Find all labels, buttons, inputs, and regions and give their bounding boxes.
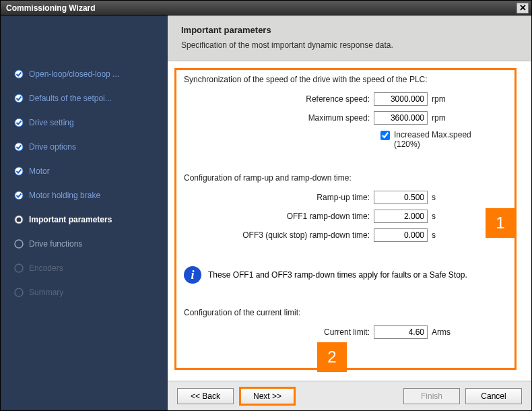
current-section-title: Configuration of the current limit: <box>184 308 508 317</box>
info-icon: i <box>184 266 201 284</box>
reference-speed-label: Reference speed: <box>306 94 370 104</box>
increased-max-label: Increased Max.speed (120%) <box>394 130 475 149</box>
sidebar-item-label: Drive functions <box>29 239 82 249</box>
ramp-up-unit: s <box>432 193 455 202</box>
sidebar-item-label: Motor holding brake <box>29 191 100 200</box>
annotation-callout-2: 2 <box>317 342 347 372</box>
ramp-up-row: Ramp-up time: s <box>184 191 508 204</box>
sidebar-item-defaults[interactable]: Defaults of the setpoi... <box>14 94 161 103</box>
checkmark-icon <box>14 191 24 200</box>
annotation-callout-1: 1 <box>486 208 515 238</box>
off3-row: OFF3 (quick stop) ramp-down time: s <box>184 228 508 242</box>
sidebar-item-drive-setting[interactable]: Drive setting <box>14 118 161 127</box>
page-title: Important parameters <box>181 25 518 35</box>
checkmark-icon <box>14 94 24 103</box>
sidebar-item-label: Important parameters <box>29 215 112 224</box>
checkmark-icon <box>14 166 24 176</box>
sidebar-item-label: Motor <box>29 166 50 176</box>
sidebar-item-drive-functions[interactable]: Drive functions <box>14 239 161 249</box>
sync-section-title: Synchronization of the speed of the driv… <box>184 75 508 84</box>
checkmark-icon <box>14 69 24 79</box>
wizard-window: Commissioning Wizard ✕ Open-loop/closed-… <box>0 0 532 411</box>
ramp-up-label: Ramp-up time: <box>317 193 370 202</box>
reference-speed-input[interactable] <box>374 92 428 106</box>
sync-section: Synchronization of the speed of the driv… <box>174 68 518 154</box>
off1-unit: s <box>432 212 455 221</box>
off1-input[interactable] <box>374 210 428 223</box>
sidebar-item-summary: Summary <box>14 288 161 297</box>
back-button[interactable]: << Back <box>177 388 234 404</box>
cancel-button[interactable]: Cancel <box>465 388 522 404</box>
increased-max-row: Increased Max.speed (120%) <box>184 130 508 149</box>
info-row: i These OFF1 and OFF3 ramp-down times ap… <box>174 262 518 288</box>
titlebar: Commissioning Wizard ✕ <box>1 1 531 15</box>
main-panel: Important parameters Specification of th… <box>168 15 531 410</box>
off3-label: OFF3 (quick stop) ramp-down time: <box>242 230 370 240</box>
ramp-up-input[interactable] <box>374 191 428 204</box>
sidebar: Open-loop/closed-loop ... Defaults of th… <box>1 15 168 410</box>
maximum-speed-label: Maximum speed: <box>308 113 370 123</box>
sidebar-item-drive-options[interactable]: Drive options <box>14 142 161 152</box>
off3-unit: s <box>432 230 455 240</box>
page-header: Important parameters Specification of th… <box>168 15 531 61</box>
off3-input[interactable] <box>374 228 428 242</box>
sidebar-item-label: Drive options <box>29 142 76 152</box>
sidebar-item-open-loop[interactable]: Open-loop/closed-loop ... <box>14 69 161 79</box>
sidebar-item-label: Summary <box>29 288 63 297</box>
sidebar-item-label: Defaults of the setpoi... <box>29 94 112 103</box>
sidebar-item-encoders: Encoders <box>14 263 161 273</box>
off1-row: OFF1 ramp-down time: s <box>184 210 508 223</box>
reference-speed-row: Reference speed: rpm <box>184 92 508 106</box>
maximum-speed-unit: rpm <box>432 113 455 123</box>
disabled-step-icon <box>14 263 24 273</box>
current-limit-label: Current limit: <box>324 327 370 337</box>
content-area: 1 Synchronization of the speed of the dr… <box>168 61 531 381</box>
reference-speed-unit: rpm <box>432 94 455 104</box>
page-subtitle: Specification of the most important dyna… <box>181 40 518 50</box>
checkmark-icon <box>14 142 24 152</box>
checkmark-icon <box>14 118 24 127</box>
increased-max-checkbox[interactable] <box>380 131 390 140</box>
pending-step-icon <box>14 239 24 249</box>
wizard-body: Open-loop/closed-loop ... Defaults of th… <box>1 15 531 410</box>
finish-button: Finish <box>403 388 460 404</box>
sidebar-item-important-parameters[interactable]: Important parameters <box>14 215 161 224</box>
disabled-step-icon <box>14 288 24 297</box>
ramp-section-title: Configuration of ramp-up and ramp-down t… <box>184 173 508 183</box>
maximum-speed-row: Maximum speed: rpm <box>184 111 508 125</box>
maximum-speed-input[interactable] <box>374 111 428 125</box>
svg-point-8 <box>15 240 23 248</box>
sidebar-item-label: Encoders <box>29 263 63 273</box>
current-limit-unit: Arms <box>432 327 455 337</box>
info-text: These OFF1 and OFF3 ramp-down times appl… <box>208 270 467 280</box>
svg-point-9 <box>15 264 23 272</box>
svg-point-7 <box>17 218 22 222</box>
ramp-section: Configuration of ramp-up and ramp-down t… <box>174 166 518 253</box>
current-limit-row: Current limit: Arms <box>184 325 508 339</box>
next-button[interactable]: Next >> <box>239 387 296 406</box>
off1-label: OFF1 ramp-down time: <box>287 212 370 221</box>
sidebar-item-motor-brake[interactable]: Motor holding brake <box>14 191 161 200</box>
close-icon: ✕ <box>519 3 527 13</box>
svg-point-10 <box>15 288 23 296</box>
close-button[interactable]: ✕ <box>517 3 529 13</box>
current-step-icon <box>14 215 24 224</box>
sidebar-item-motor[interactable]: Motor <box>14 166 161 176</box>
current-limit-input[interactable] <box>374 325 428 339</box>
window-title: Commissioning Wizard <box>6 3 96 13</box>
sidebar-item-label: Drive setting <box>29 118 74 127</box>
footer: << Back Next >> Finish Cancel <box>168 381 531 410</box>
sidebar-item-label: Open-loop/closed-loop ... <box>29 69 119 79</box>
